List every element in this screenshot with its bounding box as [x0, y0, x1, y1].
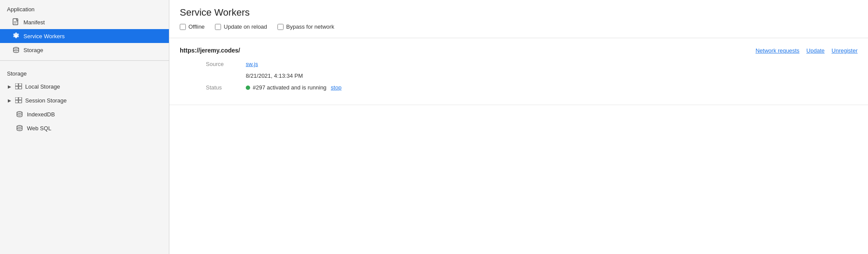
unregister-link[interactable]: Unregister: [832, 47, 858, 54]
sidebar-indexeddb-label: IndexedDB: [27, 111, 55, 118]
db-icon: [12, 46, 20, 54]
status-row: Status #297 activated and is running sto…: [180, 84, 858, 91]
storage-section-header: Storage: [0, 64, 169, 79]
svg-rect-7: [19, 86, 22, 89]
svg-rect-4: [15, 83, 18, 86]
source-file-link[interactable]: sw.js: [246, 61, 258, 67]
offline-label: Offline: [188, 23, 205, 30]
sidebar-item-web-sql[interactable]: Web SQL: [0, 121, 169, 135]
source-row: Source sw.js: [180, 61, 858, 67]
status-label: Status: [206, 84, 241, 91]
received-row: 8/21/2021, 4:13:34 PM: [180, 73, 858, 79]
chevron-right-icon-session: ▶: [7, 98, 12, 103]
update-on-reload-checkbox-item[interactable]: Update on reload: [215, 23, 267, 30]
svg-point-13: [17, 125, 22, 127]
sidebar: Application Manifest Service Workers: [0, 0, 169, 254]
document-icon: [12, 18, 20, 26]
sidebar-service-workers-label: Service Workers: [23, 33, 65, 40]
grid-icon-session-storage: [15, 96, 23, 104]
sidebar-item-local-storage[interactable]: ▶ Local Storage: [0, 79, 169, 93]
bypass-for-network-checkbox-item[interactable]: Bypass for network: [277, 23, 334, 30]
offline-checkbox-item[interactable]: Offline: [180, 23, 205, 30]
status-text: #297 activated and is running: [253, 84, 327, 91]
svg-rect-10: [15, 100, 18, 103]
bypass-for-network-checkbox[interactable]: [277, 24, 284, 30]
offline-checkbox[interactable]: [180, 24, 186, 30]
gear-icon: [12, 32, 20, 40]
chevron-right-icon: ▶: [7, 84, 12, 89]
sidebar-storage-label: Storage: [23, 47, 43, 53]
sw-entry-header: https://jeremy.codes/ Network requests U…: [180, 47, 858, 54]
svg-point-12: [17, 112, 22, 113]
svg-rect-5: [19, 83, 22, 86]
sidebar-session-storage-label: Session Storage: [25, 97, 66, 104]
main-content: Service Workers Offline Update on reload…: [169, 0, 868, 254]
sidebar-item-storage[interactable]: Storage: [0, 43, 169, 57]
service-worker-entry: https://jeremy.codes/ Network requests U…: [169, 38, 868, 105]
received-value: 8/21/2021, 4:13:34 PM: [246, 73, 303, 79]
source-label: Source: [206, 61, 241, 67]
db-icon-indexeddb: [16, 110, 23, 118]
sidebar-item-indexeddb[interactable]: IndexedDB: [0, 107, 169, 121]
sidebar-item-session-storage[interactable]: ▶ Session Storage: [0, 93, 169, 107]
sidebar-web-sql-label: Web SQL: [27, 125, 51, 132]
stop-link[interactable]: stop: [331, 84, 342, 91]
status-details: #297 activated and is running stop: [246, 84, 341, 91]
grid-icon-local-storage: [15, 82, 23, 90]
db-icon-websql: [16, 124, 23, 132]
svg-rect-9: [19, 97, 22, 100]
svg-point-3: [13, 47, 19, 49]
content-header: Service Workers Offline Update on reload…: [169, 0, 868, 38]
status-dot: [246, 86, 250, 90]
network-requests-link[interactable]: Network requests: [756, 47, 799, 54]
sw-url: https://jeremy.codes/: [180, 47, 240, 54]
update-on-reload-label: Update on reload: [224, 23, 267, 30]
sidebar-divider: [0, 60, 169, 61]
bypass-for-network-label: Bypass for network: [286, 23, 334, 30]
sidebar-local-storage-label: Local Storage: [25, 83, 60, 90]
page-title: Service Workers: [180, 7, 858, 18]
svg-rect-11: [19, 100, 22, 103]
sidebar-manifest-label: Manifest: [23, 19, 45, 26]
update-link[interactable]: Update: [806, 47, 825, 54]
sw-actions: Network requests Update Unregister: [756, 47, 858, 54]
sidebar-item-service-workers[interactable]: Service Workers: [0, 29, 169, 43]
checkbox-row: Offline Update on reload Bypass for netw…: [180, 23, 858, 34]
update-on-reload-checkbox[interactable]: [215, 24, 221, 30]
sidebar-item-manifest[interactable]: Manifest: [0, 15, 169, 29]
svg-rect-8: [15, 97, 18, 100]
application-section-header: Application: [0, 0, 169, 15]
svg-rect-6: [15, 86, 18, 89]
